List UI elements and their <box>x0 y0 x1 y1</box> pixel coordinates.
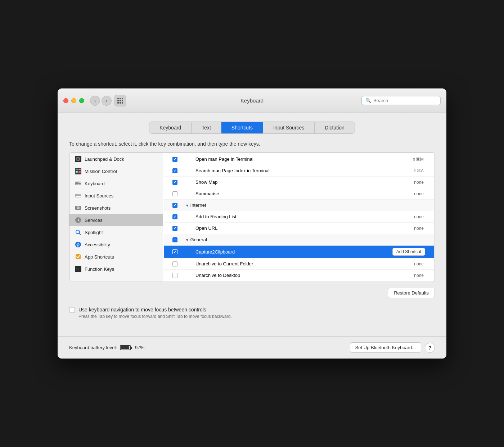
sidebar-item-services-label: Services <box>85 218 103 223</box>
shortcut-name-open-url: Open URL <box>185 225 411 231</box>
shortcut-row-show-map[interactable]: Show Map none <box>164 177 434 188</box>
sidebar-item-keyboard-label: Keyboard <box>85 181 105 186</box>
restore-defaults-button[interactable]: Restore Defaults <box>388 288 435 298</box>
svg-rect-23 <box>76 195 76 195</box>
shortcut-row-summarise[interactable]: Summarise none <box>164 188 434 200</box>
shortcut-row-open-url[interactable]: Open URL none <box>164 223 434 234</box>
keyboard-nav-section: Use keyboard navigation to move focus be… <box>69 307 435 319</box>
checkbox-capture2clipboard[interactable] <box>172 249 177 254</box>
sidebar-item-launchpad-label: Launchpad & Dock <box>85 156 124 162</box>
checkbox-unarchive-current[interactable] <box>172 261 177 266</box>
svg-rect-22 <box>75 194 81 197</box>
window-title: Keyboard <box>240 97 264 104</box>
shortcut-name-open-man-page: Open man Page in Terminal <box>185 156 409 162</box>
shortcut-row-unarchive-desktop[interactable]: Unarchive to Desktop none <box>164 270 434 281</box>
sidebar-item-accessibility[interactable]: Accessibility <box>69 238 163 251</box>
checkbox-unarchive-desktop[interactable] <box>172 273 177 278</box>
traffic-lights <box>63 98 84 103</box>
sidebar-item-function-keys[interactable]: fn Function Keys <box>69 263 163 275</box>
right-panel: Open man Page in Terminal ⇧⌘M Search man… <box>163 153 435 282</box>
keyboard-nav-checkbox[interactable] <box>69 307 75 313</box>
battery-section: Keyboard battery level: 97% <box>69 345 144 350</box>
screenshots-icon <box>75 204 82 211</box>
shortcuts-table: Open man Page in Terminal ⇧⌘M Search man… <box>163 153 435 282</box>
svg-rect-12 <box>78 169 81 170</box>
svg-point-1 <box>76 157 77 158</box>
shortcut-row-unarchive-current[interactable]: Unarchive to Current Folder none <box>164 258 434 270</box>
sidebar-item-keyboard[interactable]: Keyboard <box>69 177 163 190</box>
maximize-button[interactable] <box>79 98 84 103</box>
input-sources-icon <box>75 192 82 199</box>
content-area: Keyboard Text Shortcuts Input Sources Di… <box>58 113 446 336</box>
sidebar-item-services[interactable]: Services <box>69 214 163 226</box>
grid-icon <box>117 98 123 104</box>
footer: Keyboard battery level: 97% Set Up Bluet… <box>58 336 446 359</box>
svg-point-35 <box>75 242 81 247</box>
checkbox-internet[interactable] <box>172 203 177 208</box>
checkbox-search-man-page[interactable] <box>172 168 177 173</box>
tab-keyboard[interactable]: Keyboard <box>149 122 192 133</box>
footer-right: Set Up Bluetooth Keyboard... ? <box>350 342 435 353</box>
shortcut-row-open-man-page[interactable]: Open man Page in Terminal ⇧⌘M <box>164 154 434 165</box>
svg-rect-16 <box>76 182 76 183</box>
shortcut-row-capture2clipboard[interactable]: Capture2Clipboard Add Shortcut <box>164 246 434 258</box>
battery-label: Keyboard battery level: <box>69 345 117 350</box>
checkbox-open-man-page[interactable] <box>172 157 177 162</box>
close-button[interactable] <box>63 98 68 103</box>
keyboard-nav-labels: Use keyboard navigation to move focus be… <box>78 307 232 319</box>
shortcut-row-internet[interactable]: ▼ Internet <box>164 200 434 211</box>
sidebar-item-spotlight[interactable]: Spotlight <box>69 226 163 238</box>
sidebar-item-mission-control[interactable]: Mission Control <box>69 165 163 177</box>
checkbox-open-url[interactable] <box>172 226 177 231</box>
tab-input-sources[interactable]: Input Sources <box>263 122 315 133</box>
main-panel: Launchpad & Dock Mission Control Keyboar… <box>69 152 435 282</box>
search-input[interactable] <box>373 98 437 103</box>
battery-fill <box>121 346 129 349</box>
svg-rect-28 <box>76 196 81 197</box>
sidebar-item-screenshots[interactable]: Screenshots <box>69 202 163 214</box>
checkbox-show-map[interactable] <box>172 180 177 185</box>
svg-point-4 <box>76 158 77 160</box>
shortcut-key-open-man-page: ⇧⌘M <box>412 157 429 162</box>
svg-rect-25 <box>78 195 78 195</box>
tabs-row: Keyboard Text Shortcuts Input Sources Di… <box>69 122 435 134</box>
shortcut-row-general[interactable]: ▼ General <box>164 234 434 246</box>
shortcut-name-summarise: Summarise <box>185 191 411 196</box>
add-shortcut-button[interactable]: Add Shortcut <box>392 248 425 256</box>
shortcut-key-summarise: none <box>414 191 429 196</box>
battery-percent: 97% <box>135 345 144 350</box>
svg-rect-26 <box>79 195 80 195</box>
svg-point-2 <box>77 157 79 158</box>
sidebar-item-launchpad[interactable]: Launchpad & Dock <box>69 153 163 165</box>
shortcut-key-unarchive-desktop: none <box>414 273 429 278</box>
tab-text[interactable]: Text <box>192 122 221 133</box>
keyboard-icon <box>75 180 82 187</box>
bluetooth-keyboard-button[interactable]: Set Up Bluetooth Keyboard... <box>350 342 421 353</box>
svg-rect-11 <box>76 169 78 170</box>
minimize-button[interactable] <box>71 98 76 103</box>
sidebar-item-app-shortcuts[interactable]: App Shortcuts <box>69 251 163 263</box>
svg-rect-14 <box>78 171 81 173</box>
shortcut-key-add-reading-list: none <box>414 214 429 219</box>
forward-button[interactable]: › <box>102 96 112 106</box>
sidebar-item-accessibility-label: Accessibility <box>85 242 110 247</box>
checkbox-add-reading-list[interactable] <box>172 214 177 219</box>
keyboard-nav-row: Use keyboard navigation to move focus be… <box>69 307 435 319</box>
tab-shortcuts[interactable]: Shortcuts <box>221 122 263 133</box>
svg-point-36 <box>78 243 79 244</box>
checkbox-general[interactable] <box>172 237 177 242</box>
shortcut-row-add-reading-list[interactable]: Add to Reading List none <box>164 211 434 223</box>
sidebar-item-screenshots-label: Screenshots <box>85 205 111 211</box>
shortcut-row-search-man-page[interactable]: Search man Page Index in Terminal ⇧⌘A <box>164 165 434 177</box>
shortcut-key-show-map: none <box>414 180 429 185</box>
checkbox-summarise[interactable] <box>172 191 177 196</box>
tab-dictation[interactable]: Dictation <box>315 122 354 133</box>
grid-button[interactable] <box>114 95 126 106</box>
battery-body <box>120 345 131 350</box>
nav-buttons: ‹ › <box>90 96 112 106</box>
help-button[interactable]: ? <box>425 343 435 353</box>
search-box[interactable]: 🔍 <box>361 96 441 105</box>
back-button[interactable]: ‹ <box>90 96 100 106</box>
shortcut-name-add-reading-list: Add to Reading List <box>185 214 411 219</box>
sidebar-item-input-sources[interactable]: Input Sources <box>69 190 163 202</box>
